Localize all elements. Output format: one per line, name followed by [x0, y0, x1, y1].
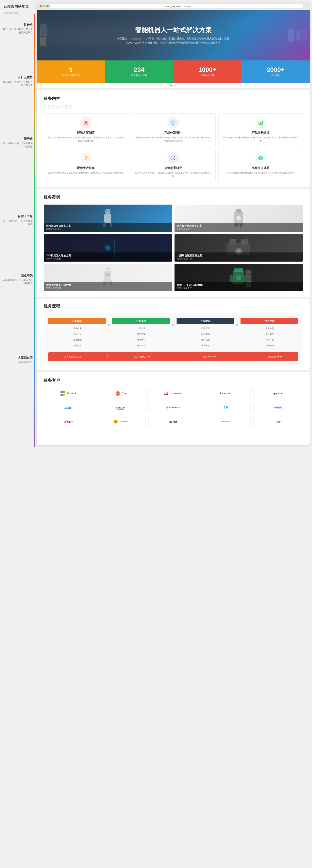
dashi-label: 达实智能 — [169, 420, 177, 423]
hero-content: 智能机器人一站式解决方案 卡因图坦（Gorgantua）TUA平台，专为企业、机… — [116, 26, 230, 45]
stat-number-2: 234 — [134, 67, 145, 73]
amazon-label: amazon — [116, 406, 125, 409]
client-sf-express: 顺丰EXPRESS — [148, 402, 198, 413]
service-name-5: 创新场景研究 — [135, 166, 212, 170]
stat-item-2: 234 项发明专利授权 — [105, 60, 173, 83]
case-item-1[interactable]: 智慧酒店客房服务方案 某某市 某某酒店 — [44, 205, 172, 232]
maximize-dot[interactable] — [46, 5, 49, 7]
flow-step-header-1: 方案规划 — [48, 318, 106, 324]
annotation-4: 目前干了啥 进一步建立信任，已有的成功案例 — [1, 214, 35, 226]
svg-rect-22 — [241, 239, 248, 245]
case-item-4[interactable]: 大型商场智慧升级方案 某某市 某某商场 — [174, 234, 303, 261]
service-icon-2 — [167, 117, 179, 128]
case-sub-6: 某某市 某某工厂 — [177, 287, 301, 290]
shell-label: Shell — [122, 392, 127, 395]
case-title-2: 无人餐厅智能服务方案 — [177, 224, 301, 227]
svg-text:intel: intel — [64, 406, 71, 410]
case-sub-1: 某某市 某某酒店 — [46, 227, 170, 230]
case-info-2: 无人餐厅智能服务方案 某某市 某某餐厅 — [174, 223, 303, 232]
flow-item-1-3: ·需求组织 — [48, 338, 106, 342]
clients-row-3: 浦发银行 🦁 LIONBOT 达实智能 UBITECH — [44, 416, 303, 427]
stat-number-4: 2000+ — [266, 67, 285, 73]
annotation-1-desc: 建立认知，告诉用户这是一个什么样的平台 — [1, 28, 33, 34]
case-item-5[interactable]: 智慧医院服务升级方案 某某市 某某医院 — [44, 264, 172, 291]
flow-step-2: 方案落地 ·方案对比 ·确定方案 ·项目答行 ·项目打款 — [112, 318, 170, 348]
cases-section: 服务案例 — [37, 189, 310, 297]
svg-point-7 — [105, 209, 111, 214]
service-icon-1 — [80, 117, 92, 128]
flow-item-3-4: ·客户验收 — [176, 343, 234, 348]
service-card-3: 产品结构设计 提供精确的产品结构设计服务，确保产品的功能性和可靠性，满足各种应用… — [218, 113, 303, 146]
case-item-2[interactable]: 无人餐厅智能服务方案 某某市 某某餐厅 — [174, 205, 303, 232]
case-info-6: 智慧工厂AMR运配方案 某某市 某某工厂 — [174, 282, 303, 291]
service-card-2: 产品外观设计 专业团队提供创新的产品外观设计服务，结合工业设计理念和用户体验，打… — [131, 113, 216, 146]
cases-grid-bottom: IDC/机房无人巡检方案 某某市 某某机房 — [44, 234, 303, 261]
svg-point-29 — [107, 268, 107, 269]
dot-2[interactable] — [173, 85, 174, 87]
minimize-dot[interactable] — [43, 5, 45, 7]
svg-point-10 — [106, 210, 107, 212]
svg-point-36 — [236, 275, 242, 280]
service-name-4: 配套生产链条 — [47, 166, 124, 170]
dot-3[interactable] — [175, 85, 176, 87]
service-desc-5: 深入研究新兴应用场景，探索机器人技术的创新应用，为客户提供前沿的技术解决方案 — [135, 172, 212, 178]
flow-step-items-1: ·需求收集 ·产品评估 ·需求组织 ·方案交付 — [48, 327, 106, 348]
annotation-4-label: 目前干了啥 — [18, 214, 33, 218]
svg-rect-39 — [245, 276, 252, 277]
client-microsoft: Microsoft — [44, 388, 93, 399]
client-lg: LG LG Electronics — [148, 388, 198, 399]
divider-2 — [37, 187, 310, 189]
svg-rect-31 — [106, 273, 110, 276]
case-title-3: IDC/机房无人巡检方案 — [46, 254, 170, 257]
flow-step-items-2: ·方案对比 ·确定方案 ·项目答行 ·项目打款 — [112, 327, 170, 348]
service-desc-3: 提供精确的产品结构设计服务，确保产品的功能性和可靠性，满足各种应用场景的需求 — [222, 136, 299, 142]
client-amazon: amazon — [96, 402, 145, 413]
spdb-label: 浦发银行 — [64, 420, 73, 423]
svg-point-26 — [106, 267, 110, 271]
annotation-2-desc: 建立信任，告诉用户，我们有多少多少牛 — [1, 80, 33, 87]
microsoft-logo-icon — [60, 391, 65, 396]
close-dot[interactable] — [39, 5, 42, 7]
case-info-1: 智慧酒店客房服务方案 某某市 某某酒店 — [44, 223, 172, 232]
annotation-1: 是什么 建立认知，告诉用户这是一个什么样的平台 — [1, 23, 35, 34]
dot-1[interactable] — [170, 85, 172, 87]
stat-label-4: 企业用户 — [271, 74, 280, 77]
annotation-5-desc: 再次建立认知，平台将会怎样服务顾户 — [1, 279, 33, 285]
new-tab-button[interactable]: + — [305, 4, 307, 8]
case-item-6[interactable]: 智慧工厂AMR运配方案 某某市 某某工厂 — [174, 264, 303, 291]
url-bar[interactable]: www.gorgantua.com.cn — [51, 4, 303, 8]
service-card-6: 完整服务体系 建立完整的售前售后服务体系，提供技术培训、维护保养等全方位支持服务 — [218, 149, 303, 181]
svg-rect-21 — [230, 239, 236, 245]
flow-banner-item-3: 电话0808-000 — [203, 355, 216, 358]
flow-item-2-4: ·项目打款 — [112, 343, 170, 348]
annotation-5-label: 怎么干的 — [21, 274, 33, 278]
left-sidebar: 百度官网落地页： landing page 是什么 建立认知，告诉用户这是一个什… — [0, 0, 35, 447]
client-lionbot: 🦁 LIONBOT — [96, 416, 145, 427]
annotation-3-label: 能干啥 — [24, 137, 33, 141]
arrow-3: ▶ — [236, 318, 239, 327]
arrow-2: ▶ — [172, 318, 175, 327]
hero-title: 智能机器人一站式解决方案 — [116, 26, 230, 34]
service-desc-6: 建立完整的售前售后服务体系，提供技术培训、维护保养等全方位支持服务 — [222, 172, 299, 175]
stat-label-1: 毛产继续不和联家 — [62, 74, 80, 77]
annotation-2-label: 有什么优势 — [18, 75, 33, 80]
flow-step-4: 投入使用 ·批量道货 ·进行监控 ·异常排集 ·后期维护 — [240, 318, 298, 348]
flow-item-1-1: ·需求收集 — [48, 327, 106, 331]
svg-point-30 — [108, 268, 109, 269]
divider-4 — [37, 370, 310, 372]
svg-rect-40 — [245, 281, 252, 282]
case-item-3[interactable]: IDC/机房无人巡检方案 某某市 某某机房 — [44, 234, 172, 261]
service-card-5: 创新场景研究 深入研究新兴应用场景，探索机器人技术的创新应用，为客户提供前沿的技… — [131, 149, 216, 181]
tuya-label: 涂鸦智能 — [274, 406, 282, 409]
arrow-1: ▶ — [108, 318, 111, 327]
svg-point-1 — [85, 121, 87, 123]
client-flex: flex — [253, 416, 303, 427]
flow-item-2-1: ·方案对比 — [112, 327, 170, 331]
annotation-3: 能干啥 进一步建立认知，具体能解决什么问题 — [1, 137, 35, 148]
microsoft-label: Microsoft — [67, 392, 77, 395]
shell-logo-icon: Shell — [115, 390, 121, 397]
service-desc-1: 我们为客户提供全面的机器人解决方案制定服务，从需求分析到方案设计，提供专业的技术… — [47, 136, 124, 142]
hero-section: 智能机器人一站式解决方案 卡因图坦（Gorgantua）TUA平台，专为企业、机… — [37, 10, 310, 60]
flow-item-1-4: ·方案交付 — [48, 343, 106, 348]
flow-item-4-1: ·批量道货 — [240, 327, 298, 331]
